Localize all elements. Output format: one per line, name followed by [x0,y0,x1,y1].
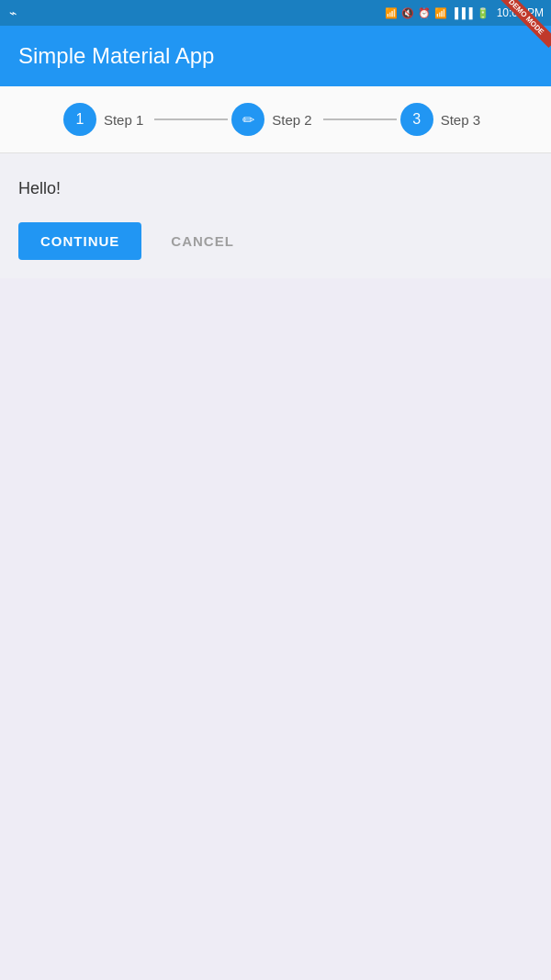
mute-icon: 🔇 [401,7,414,19]
usb-icon: ⌁ [9,6,17,20]
battery-icon: 🔋 [477,7,489,19]
step-2-label: Step 2 [272,112,311,128]
step-1-circle: 1 [63,103,96,136]
step-3: 3 Step 3 [400,103,488,136]
step-connector-2 [323,118,397,120]
step-1-value: 1 [75,111,84,128]
continue-button[interactable]: CONTINUE [18,222,141,260]
app-bar: Simple Material App [0,26,551,86]
bluetooth-icon: 📶 [385,7,398,19]
button-row: CONTINUE CANCEL [18,222,533,260]
demo-ribbon-label: DEMO MODE [496,0,551,48]
step-connector-1 [154,118,228,120]
signal-icon: ▐▐▐ [451,7,472,18]
step-2: ✏ Step 2 [231,103,319,136]
step-1: 1 Step 1 [63,103,151,136]
step-1-label: Step 1 [104,112,143,128]
step-3-value: 3 [412,111,421,128]
demo-ribbon: DEMO MODE [496,0,551,55]
status-bar: ⌁ 📶 🔇 ⏰ 📶 ▐▐▐ 🔋 10:01 PM [0,0,551,26]
step-3-label: Step 3 [441,112,480,128]
step-3-circle: 3 [400,103,433,136]
alarm-icon: ⏰ [418,7,431,19]
main-background [0,278,551,980]
step-2-circle: ✏ [231,103,264,136]
greeting-text: Hello! [18,179,533,198]
stepper: 1 Step 1 ✏ Step 2 3 Step 3 [0,86,551,153]
wifi-icon: 📶 [434,7,447,19]
cancel-button[interactable]: CANCEL [156,222,249,260]
edit-icon: ✏ [242,111,254,129]
app-title: Simple Material App [18,43,214,69]
content-area: Hello! CONTINUE CANCEL [0,153,551,278]
